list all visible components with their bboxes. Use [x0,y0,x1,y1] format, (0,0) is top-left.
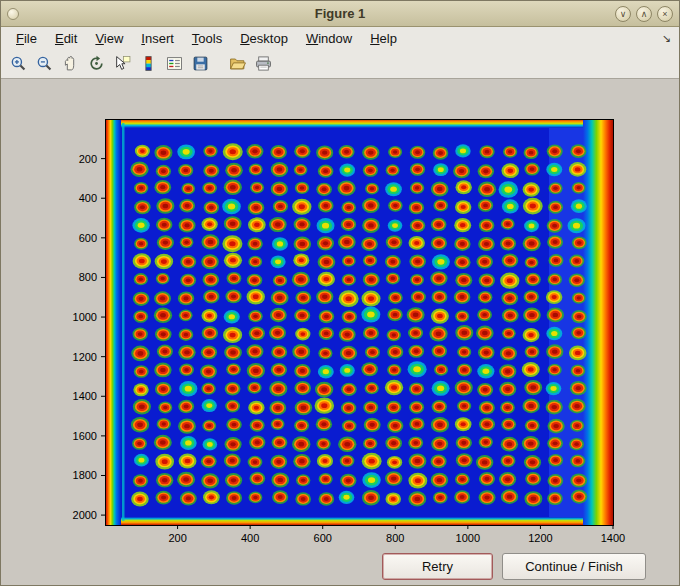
figure-canvas: 2004006008001000120014001600180020002004… [1,79,679,585]
menubar-overflow-icon[interactable]: ↘ [662,32,671,45]
zoom-in-icon[interactable] [6,52,30,76]
menu-item-desktop[interactable]: Desktop [231,29,297,48]
x-tick-label: 1200 [528,532,552,544]
menu-item-window[interactable]: Window [297,29,361,48]
menu-item-view[interactable]: View [86,29,132,48]
menu-item-tools[interactable]: Tools [183,29,231,48]
y-tick-label: 1600 [73,430,97,442]
menu-item-insert[interactable]: Insert [132,29,183,48]
y-tick-label: 200 [79,153,97,165]
window-menu-icon[interactable] [7,8,19,20]
rotate-3d-icon[interactable] [84,52,108,76]
x-tick-label: 200 [168,532,186,544]
x-tick-label: 600 [314,532,332,544]
y-tick-label: 1000 [73,311,97,323]
shade-button[interactable]: ∨ [615,6,631,22]
insert-legend-icon[interactable] [162,52,186,76]
figure-plot[interactable]: 2004006008001000120014001600180020002004… [1,79,680,585]
y-tick-label: 800 [79,271,97,283]
window-title: Figure 1 [1,6,679,21]
menu-item-help[interactable]: Help [361,29,406,48]
y-tick-label: 400 [79,192,97,204]
insert-colorbar-icon[interactable] [136,52,160,76]
menu-item-file[interactable]: File [7,29,46,48]
y-tick-label: 1800 [73,469,97,481]
maximize-button[interactable]: ∧ [636,6,652,22]
titlebar[interactable]: Figure 1 ∨∧× [1,1,679,27]
chevron-up-icon: ∧ [641,9,648,19]
zoom-out-icon[interactable] [32,52,56,76]
x-tick-label: 800 [386,532,404,544]
menubar: FileEditViewInsertToolsDesktopWindowHelp… [1,27,679,49]
retry-button[interactable]: Retry [382,553,493,580]
plate-image[interactable] [105,119,613,525]
x-tick-label: 1400 [601,532,625,544]
close-icon: × [662,9,667,19]
data-cursor-icon[interactable] [110,52,134,76]
y-tick-label: 1200 [73,351,97,363]
menu-item-edit[interactable]: Edit [46,29,86,48]
print-figure-icon[interactable] [251,52,275,76]
x-tick-label: 1000 [456,532,480,544]
figure-window: Figure 1 ∨∧× FileEditViewInsertToolsDesk… [0,0,680,586]
continue-finish-button[interactable]: Continue / Finish [502,553,646,580]
window-controls: ∨∧× [615,6,673,22]
toolbar-separator [214,53,223,75]
chevron-down-icon: ∨ [620,9,627,19]
y-tick-label: 600 [79,232,97,244]
close-button[interactable]: × [657,6,673,22]
x-tick-label: 400 [241,532,259,544]
y-tick-label: 2000 [73,509,97,521]
open-file-icon[interactable] [225,52,249,76]
y-tick-label: 1400 [73,390,97,402]
save-figure-icon[interactable] [188,52,212,76]
pan-icon[interactable] [58,52,82,76]
toolbar [1,49,679,79]
